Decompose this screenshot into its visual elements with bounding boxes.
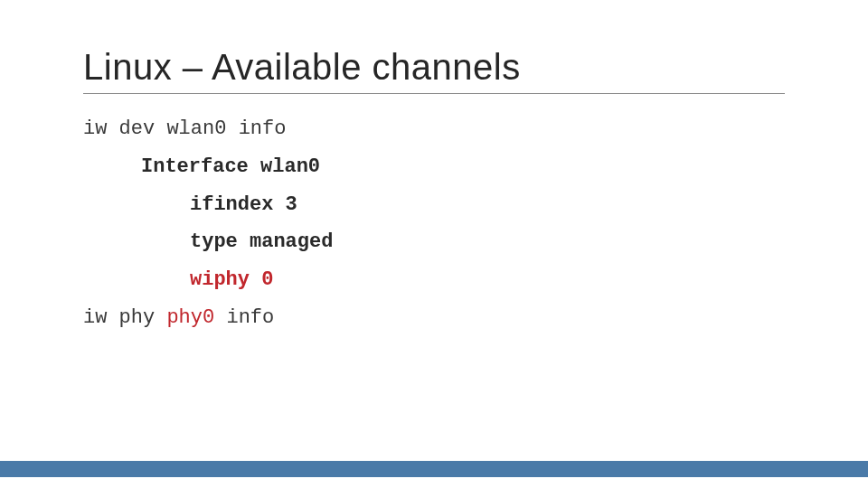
- code-block: iw dev wlan0 info Interface wlan0 ifinde…: [83, 110, 785, 337]
- slide-title: Linux – Available channels: [83, 47, 785, 94]
- cmd2-phy0: phy0: [166, 306, 214, 329]
- code-line-ifindex: ifindex 3: [83, 186, 785, 224]
- cmd2-part3: info: [214, 306, 274, 329]
- code-line-command-2: iw phy phy0 info: [83, 299, 785, 337]
- code-line-command-1: iw dev wlan0 info: [83, 110, 785, 148]
- code-line-interface: Interface wlan0: [83, 148, 785, 186]
- code-line-wiphy: wiphy 0: [83, 261, 785, 299]
- cmd2-part1: iw phy: [83, 306, 166, 329]
- slide-body: Linux – Available channels iw dev wlan0 …: [0, 0, 868, 337]
- code-line-type: type managed: [83, 223, 785, 261]
- footer-bar: [0, 461, 868, 477]
